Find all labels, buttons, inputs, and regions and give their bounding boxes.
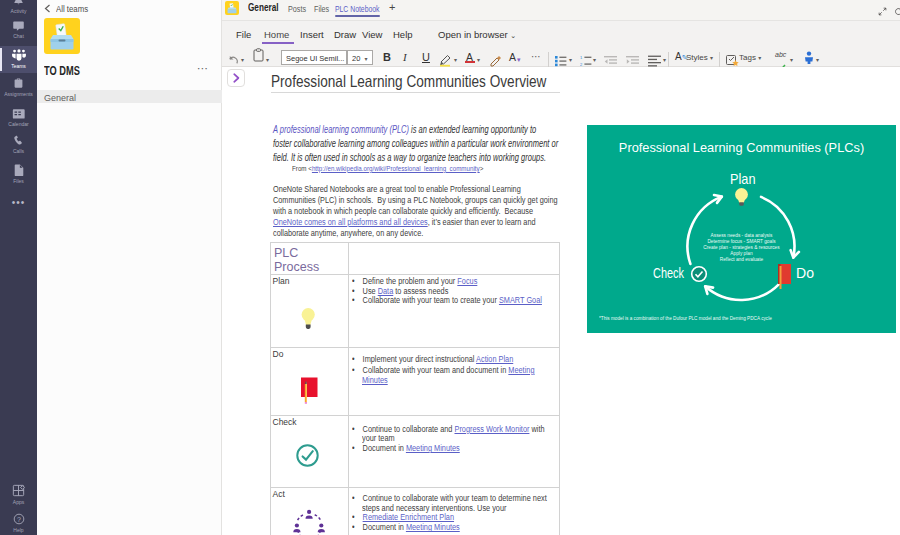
svg-text:1: 1 [580, 55, 583, 60]
svg-text:?: ? [17, 516, 21, 523]
